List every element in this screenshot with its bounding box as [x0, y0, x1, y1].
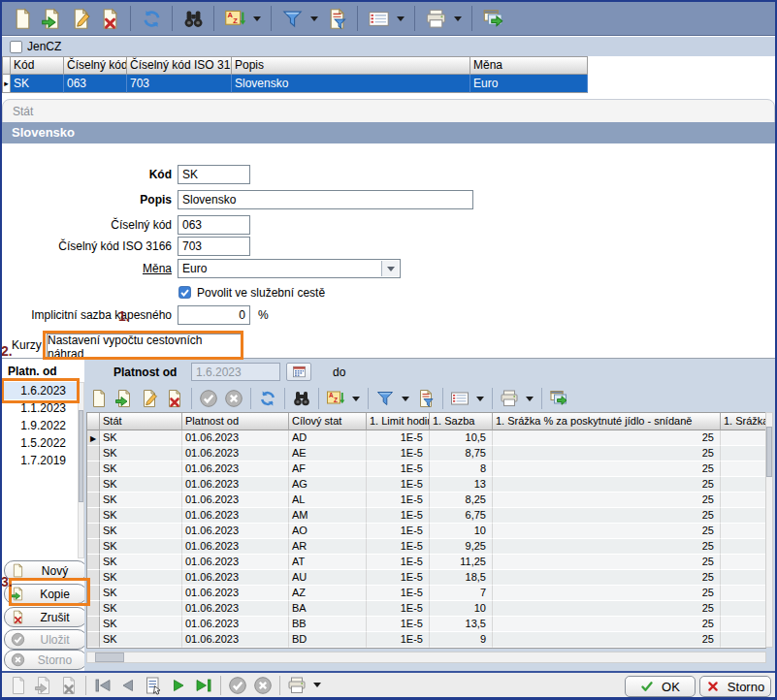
- platnost-date-item[interactable]: 1.1.2023: [2, 399, 78, 417]
- tab-kurzy[interactable]: Kurzy: [12, 338, 42, 352]
- grid-row[interactable]: SK01.06.2023BD1E-5925: [87, 632, 765, 648]
- zrusit-button[interactable]: Zrušit: [4, 607, 87, 627]
- next-record-icon[interactable]: [166, 674, 191, 697]
- cell-mena[interactable]: Euro: [470, 75, 588, 93]
- export-icon[interactable]: [546, 386, 571, 411]
- columns-dropdown-arrow[interactable]: [476, 397, 484, 401]
- filter-icon[interactable]: [277, 4, 307, 33]
- sort-az-icon[interactable]: [220, 4, 249, 33]
- platnost-date-item[interactable]: 1.6.2023: [2, 382, 78, 399]
- column-header[interactable]: Stát: [100, 413, 182, 430]
- grid-row[interactable]: SK01.06.2023AO1E-51025: [87, 524, 765, 539]
- selected-country-row[interactable]: ▸ SK 063 703 Slovensko Euro: [2, 75, 590, 93]
- column-header[interactable]: Měna: [470, 56, 588, 75]
- column-header[interactable]: Cílový stat: [289, 413, 367, 430]
- grid-row[interactable]: ▶SK01.06.2023AD1E-510,525: [87, 430, 765, 446]
- sort-az-icon[interactable]: [323, 386, 348, 411]
- grid-row[interactable]: SK01.06.2023AF1E-5825: [87, 461, 765, 477]
- copy-record-icon[interactable]: [112, 386, 137, 411]
- column-header[interactable]: Kód: [11, 56, 64, 75]
- platn-od-header[interactable]: Platn. od: [8, 365, 57, 378]
- sort-dropdown-arrow[interactable]: [352, 397, 360, 401]
- refresh-icon[interactable]: [137, 4, 166, 33]
- column-header[interactable]: Číselný kód: [64, 56, 127, 75]
- column-header[interactable]: 1. Srážka % za pos: [721, 413, 767, 430]
- print-dropdown-arrow[interactable]: [454, 16, 462, 21]
- povolit-checkbox-row[interactable]: Povolit ve služební cestě: [178, 285, 325, 300]
- tab-nahrady[interactable]: Nastavení vypočtu cestovních náhrad: [47, 334, 242, 359]
- column-header[interactable]: Popis: [232, 56, 470, 75]
- print-icon[interactable]: [497, 386, 522, 411]
- grid-row[interactable]: SK01.06.2023AM1E-56,7525: [87, 508, 765, 524]
- column-header[interactable]: 1. Sazba: [430, 413, 493, 430]
- jencz-checkbox[interactable]: [10, 41, 22, 53]
- grid-row[interactable]: SK01.06.2023AE1E-58,7525: [87, 446, 765, 461]
- print-dropdown-arrow[interactable]: [526, 397, 534, 401]
- kapesne-input[interactable]: [178, 305, 250, 325]
- delete-record-icon[interactable]: [56, 674, 81, 697]
- print-icon[interactable]: [421, 4, 450, 33]
- column-header[interactable]: Číselný kód ISO 3166: [127, 56, 232, 75]
- grid-row[interactable]: SK01.06.2023BB1E-513,525: [87, 617, 765, 632]
- previous-record-icon[interactable]: [115, 674, 141, 697]
- delete-record-icon[interactable]: [95, 4, 124, 33]
- refresh-icon[interactable]: [255, 386, 280, 411]
- cancel-icon[interactable]: [221, 386, 246, 411]
- copy-record-icon[interactable]: [37, 4, 66, 33]
- filter-settings-icon[interactable]: [322, 4, 351, 33]
- print-icon[interactable]: [284, 674, 309, 697]
- export-icon[interactable]: [478, 4, 507, 33]
- column-header[interactable]: Platnost od: [182, 413, 289, 430]
- grid-row[interactable]: SK01.06.2023AT1E-511,2525: [87, 555, 765, 570]
- grid-row[interactable]: SK01.06.2023AU1E-518,525: [87, 570, 765, 586]
- confirm-icon[interactable]: [225, 674, 250, 697]
- filter-icon[interactable]: [372, 386, 398, 411]
- confirm-icon[interactable]: [196, 386, 221, 411]
- new-document-icon[interactable]: [86, 386, 112, 411]
- cell-kod[interactable]: SK: [11, 75, 64, 93]
- grid-row[interactable]: SK01.06.2023AG1E-51325: [87, 477, 765, 493]
- record-list-icon[interactable]: [141, 674, 166, 697]
- storno-button[interactable]: Storno: [4, 650, 87, 670]
- new-document-icon[interactable]: [8, 4, 37, 33]
- ok-button[interactable]: OK: [625, 676, 696, 697]
- delete-record-icon[interactable]: [162, 386, 187, 411]
- platnost-date-item[interactable]: 1.5.2022: [2, 434, 78, 452]
- dates-scrollbar[interactable]: [78, 382, 84, 558]
- filter-dropdown-arrow[interactable]: [310, 16, 318, 21]
- grid-row[interactable]: SK01.06.2023AR1E-59,2525: [87, 539, 765, 555]
- ciselny-kod-input[interactable]: [178, 215, 250, 235]
- new-document-icon[interactable]: [6, 674, 31, 697]
- vertical-scrollbar[interactable]: [765, 412, 773, 648]
- checked-checkbox-icon[interactable]: [178, 285, 192, 300]
- columns-dropdown-arrow[interactable]: [397, 16, 405, 21]
- ulozit-button[interactable]: Uložit: [4, 629, 87, 650]
- novy-button[interactable]: Nový: [4, 560, 87, 581]
- popis-input[interactable]: [178, 190, 473, 209]
- sort-dropdown-arrow[interactable]: [253, 16, 261, 21]
- calendar-button[interactable]: [286, 363, 311, 381]
- edit-record-icon[interactable]: [66, 4, 95, 33]
- search-icon[interactable]: [289, 386, 314, 411]
- copy-record-icon[interactable]: [31, 674, 56, 697]
- filter-settings-icon[interactable]: [413, 386, 438, 411]
- last-record-icon[interactable]: [191, 674, 216, 697]
- mena-select[interactable]: Euro: [178, 259, 401, 278]
- filter-dropdown-arrow[interactable]: [402, 397, 409, 401]
- storno-button[interactable]: Storno: [699, 676, 771, 697]
- grid-row[interactable]: SK01.06.2023AL1E-58,2525: [87, 493, 765, 508]
- columns-icon[interactable]: [447, 386, 472, 411]
- kopie-button[interactable]: Kopie: [4, 584, 87, 604]
- cell-popis[interactable]: Slovensko: [232, 75, 470, 93]
- columns-icon[interactable]: [364, 4, 393, 33]
- mena-label[interactable]: Měna: [2, 259, 172, 278]
- iso-input[interactable]: [178, 237, 250, 256]
- search-icon[interactable]: [178, 4, 208, 33]
- mena-dropdown-button[interactable]: [381, 261, 399, 276]
- print-dropdown-arrow[interactable]: [313, 683, 321, 687]
- platnost-date-item[interactable]: 1.7.2019: [2, 452, 78, 469]
- grid-row[interactable]: SK01.06.2023BA1E-51025: [87, 601, 765, 617]
- platnost-date-item[interactable]: 1.9.2022: [2, 417, 78, 434]
- column-header[interactable]: 1. Limit hodin: [367, 413, 430, 430]
- cell-ciselny-kod[interactable]: 063: [64, 75, 127, 93]
